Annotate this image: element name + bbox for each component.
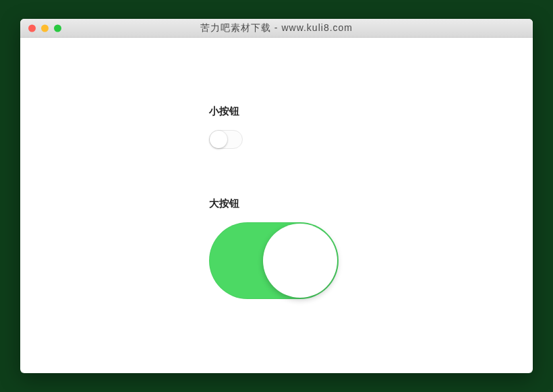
large-toggle-label: 大按钮 (209, 197, 533, 210)
traffic-lights (28, 24, 61, 32)
close-icon[interactable] (28, 24, 36, 32)
small-toggle-label: 小按钮 (209, 105, 533, 118)
small-toggle[interactable] (209, 130, 243, 149)
large-toggle-knob (263, 224, 337, 298)
minimize-icon[interactable] (41, 24, 49, 32)
app-window: 苦力吧素材下载 - www.kuli8.com 小按钮 大按钮 (20, 19, 533, 373)
titlebar: 苦力吧素材下载 - www.kuli8.com (20, 19, 533, 38)
large-toggle[interactable] (209, 222, 339, 299)
small-toggle-section: 小按钮 (209, 105, 533, 149)
window-title: 苦力吧素材下载 - www.kuli8.com (20, 22, 533, 34)
maximize-icon[interactable] (54, 24, 61, 32)
small-toggle-knob (210, 131, 227, 148)
large-toggle-section: 大按钮 (209, 197, 533, 299)
content-area: 小按钮 大按钮 (20, 38, 533, 373)
